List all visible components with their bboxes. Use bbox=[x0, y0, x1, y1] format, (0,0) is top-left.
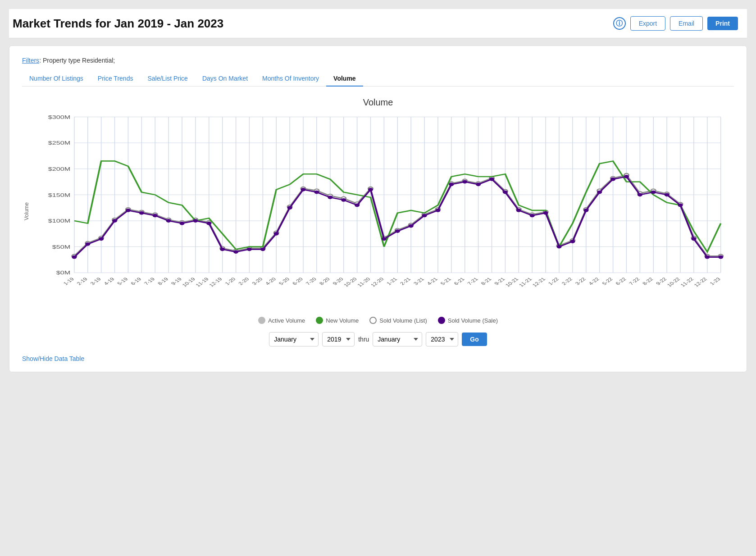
legend-label-active: Active Volume bbox=[268, 317, 305, 324]
svg-point-165 bbox=[126, 209, 130, 212]
tab-sale-list-price[interactable]: Sale/List Price bbox=[140, 71, 195, 87]
svg-text:1-19: 1-19 bbox=[62, 277, 75, 286]
svg-point-192 bbox=[490, 178, 494, 181]
legend-sold-sale: Sold Volume (Sale) bbox=[438, 317, 498, 324]
info-icon[interactable]: ⓘ bbox=[613, 17, 626, 30]
legend-dot-new bbox=[316, 317, 323, 324]
svg-point-162 bbox=[86, 243, 90, 246]
svg-point-209 bbox=[719, 255, 723, 258]
svg-point-184 bbox=[382, 237, 386, 240]
legend-active-volume: Active Volume bbox=[258, 317, 305, 324]
svg-text:4-20: 4-20 bbox=[264, 277, 277, 286]
svg-text:5-22: 5-22 bbox=[601, 277, 614, 286]
date-controls: JanuaryFebruaryMarchAprilMayJuneJulyAugu… bbox=[22, 332, 734, 346]
tab-volume[interactable]: Volume bbox=[326, 71, 363, 87]
svg-point-176 bbox=[274, 232, 278, 235]
svg-text:8-19: 8-19 bbox=[156, 277, 169, 286]
tab-days-on-market[interactable]: Days On Market bbox=[195, 71, 255, 87]
legend: Active Volume New Volume Sold Volume (Li… bbox=[22, 317, 734, 324]
to-year-select[interactable]: 2015201620172018201920202021202220232024 bbox=[426, 332, 458, 346]
svg-text:1-22: 1-22 bbox=[547, 277, 560, 286]
svg-text:5-19: 5-19 bbox=[116, 277, 129, 286]
svg-text:10-21: 10-21 bbox=[504, 277, 519, 287]
svg-point-185 bbox=[396, 230, 400, 232]
svg-text:6-22: 6-22 bbox=[615, 277, 627, 286]
svg-point-187 bbox=[423, 214, 427, 217]
svg-point-208 bbox=[705, 255, 709, 258]
svg-point-179 bbox=[315, 191, 319, 193]
header-actions: ⓘ Export Email Print bbox=[613, 16, 738, 31]
svg-point-200 bbox=[597, 191, 601, 193]
svg-point-196 bbox=[544, 212, 548, 214]
svg-text:7-20: 7-20 bbox=[305, 277, 317, 286]
svg-point-170 bbox=[193, 219, 197, 222]
svg-text:$150M: $150M bbox=[48, 192, 70, 198]
svg-point-204 bbox=[651, 191, 656, 193]
svg-point-175 bbox=[261, 248, 265, 251]
filters-link[interactable]: Filters bbox=[22, 57, 39, 64]
svg-text:10-19: 10-19 bbox=[181, 277, 196, 287]
svg-text:$200M: $200M bbox=[48, 166, 70, 172]
svg-point-161 bbox=[72, 255, 76, 258]
from-year-select[interactable]: 2015201620172018201920202021202220232024 bbox=[322, 332, 355, 346]
svg-text:3-20: 3-20 bbox=[251, 277, 264, 286]
thru-label: thru bbox=[358, 336, 369, 343]
y-axis-label: Volume bbox=[22, 112, 31, 310]
svg-point-166 bbox=[140, 212, 144, 214]
svg-point-197 bbox=[557, 245, 561, 248]
svg-point-201 bbox=[611, 178, 615, 181]
show-hide-link[interactable]: Show/Hide Data Table bbox=[22, 355, 84, 362]
svg-point-191 bbox=[476, 183, 480, 186]
legend-dot-sold-list bbox=[369, 317, 377, 324]
svg-text:2-19: 2-19 bbox=[76, 277, 88, 286]
svg-point-164 bbox=[113, 219, 117, 222]
svg-text:10-20: 10-20 bbox=[343, 277, 358, 287]
svg-point-177 bbox=[288, 206, 292, 209]
svg-text:4-19: 4-19 bbox=[103, 277, 115, 286]
svg-text:5-20: 5-20 bbox=[278, 277, 290, 286]
svg-text:7-21: 7-21 bbox=[466, 277, 479, 286]
svg-point-172 bbox=[220, 248, 224, 251]
svg-point-190 bbox=[463, 180, 467, 183]
svg-text:$250M: $250M bbox=[48, 140, 70, 146]
tabs-container: Number Of ListingsPrice TrendsSale/List … bbox=[22, 71, 734, 87]
svg-point-203 bbox=[638, 193, 642, 196]
legend-dot-sold-sale bbox=[438, 317, 445, 324]
svg-point-168 bbox=[167, 219, 171, 222]
tab-months-of-inventory[interactable]: Months Of Inventory bbox=[255, 71, 326, 87]
legend-label-new: New Volume bbox=[326, 317, 359, 324]
legend-label-sold-sale: Sold Volume (Sale) bbox=[448, 317, 498, 324]
export-button[interactable]: Export bbox=[630, 16, 665, 31]
svg-point-198 bbox=[571, 240, 575, 243]
filters-row: Filters: Property type Residential; bbox=[22, 57, 734, 64]
legend-new-volume: New Volume bbox=[316, 317, 359, 324]
page-title: Market Trends for Jan 2019 - Jan 2023 bbox=[13, 17, 223, 31]
filters-description: : Property type Residential; bbox=[39, 57, 115, 64]
svg-text:12-19: 12-19 bbox=[208, 277, 223, 287]
svg-point-183 bbox=[369, 188, 373, 191]
svg-point-194 bbox=[517, 209, 521, 212]
svg-point-167 bbox=[153, 214, 157, 217]
tab-price-trends[interactable]: Price Trends bbox=[91, 71, 141, 87]
svg-text:1-20: 1-20 bbox=[224, 277, 237, 286]
svg-text:$0M: $0M bbox=[56, 270, 70, 276]
tab-number-of-listings[interactable]: Number Of Listings bbox=[22, 71, 91, 87]
from-month-select[interactable]: JanuaryFebruaryMarchAprilMayJuneJulyAugu… bbox=[269, 332, 319, 346]
svg-point-188 bbox=[436, 209, 440, 212]
svg-text:10-22: 10-22 bbox=[666, 277, 681, 287]
chart-svg: $0M$50M$100M$150M$200M$250M$300M1-192-19… bbox=[35, 112, 734, 310]
svg-point-182 bbox=[355, 204, 359, 206]
page-header: Market Trends for Jan 2019 - Jan 2023 ⓘ … bbox=[9, 9, 747, 38]
svg-point-181 bbox=[342, 199, 346, 201]
svg-text:3-21: 3-21 bbox=[412, 277, 425, 286]
to-month-select[interactable]: JanuaryFebruaryMarchAprilMayJuneJulyAugu… bbox=[373, 332, 422, 346]
main-card: Filters: Property type Residential; Numb… bbox=[9, 46, 747, 372]
print-button[interactable]: Print bbox=[707, 17, 738, 30]
go-button[interactable]: Go bbox=[462, 333, 487, 346]
svg-point-186 bbox=[409, 224, 413, 227]
svg-text:8-22: 8-22 bbox=[641, 277, 654, 286]
svg-point-180 bbox=[328, 196, 332, 199]
legend-sold-list: Sold Volume (List) bbox=[369, 317, 427, 324]
email-button[interactable]: Email bbox=[670, 16, 703, 31]
svg-text:6-19: 6-19 bbox=[130, 277, 142, 286]
